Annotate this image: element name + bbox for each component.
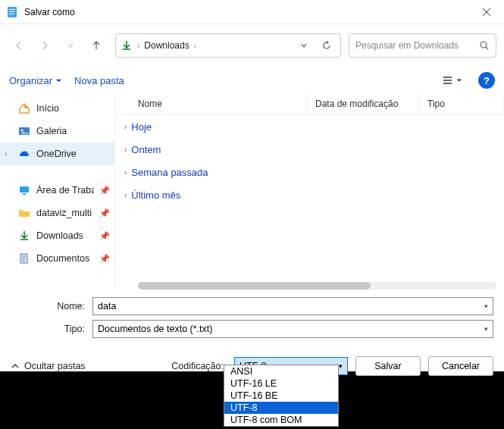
svg-point-6	[21, 130, 23, 132]
sidebar-item-label: OneDrive	[36, 149, 77, 159]
documents-icon	[18, 252, 30, 265]
column-name[interactable]: Nome	[115, 94, 308, 114]
close-button[interactable]	[469, 0, 504, 24]
encoding-option-utf16be[interactable]: UTF-16 BE	[224, 390, 338, 402]
chevron-right-icon: ›	[124, 168, 127, 177]
search-icon[interactable]	[479, 40, 490, 51]
download-icon	[18, 230, 30, 242]
sidebar-item-downloads[interactable]: Downloads 📌	[0, 224, 114, 247]
sidebar-item-label: Área de Trabalho	[36, 185, 94, 196]
svg-rect-3	[9, 14, 14, 14]
onedrive-icon	[18, 148, 30, 160]
sidebar-item-home[interactable]: Início	[0, 97, 114, 120]
filetype-select[interactable]: Documentos de texto (*.txt)▾	[92, 320, 493, 338]
search-input[interactable]	[355, 40, 479, 51]
chevron-right-icon: ›	[137, 42, 139, 50]
chevron-right-icon: ›	[124, 191, 127, 199]
search-box[interactable]	[349, 33, 496, 58]
pin-icon[interactable]: 📌	[99, 254, 110, 264]
pin-icon[interactable]: 📌	[99, 231, 110, 241]
forward-button[interactable]	[33, 34, 56, 57]
breadcrumb-dropdown[interactable]	[295, 36, 313, 55]
sidebar-item-dataviz[interactable]: dataviz_multi 📌	[0, 202, 114, 224]
chevron-right-icon: ›	[194, 42, 196, 50]
help-button[interactable]: ?	[478, 72, 495, 89]
titlebar: Salvar como	[0, 0, 504, 24]
up-button[interactable]	[85, 34, 108, 57]
view-options-button[interactable]	[439, 70, 466, 91]
sidebar-item-label: Downloads	[36, 230, 83, 241]
pin-icon[interactable]: 📌	[99, 186, 110, 196]
home-icon	[18, 102, 30, 114]
group-yesterday[interactable]: ›Ontem	[115, 138, 504, 161]
scrollbar-thumb[interactable]	[138, 282, 371, 290]
gallery-icon	[18, 125, 30, 137]
desktop-icon	[18, 184, 30, 196]
file-list: Nome Data de modificação Tipo ›Hoje ›Ont…	[115, 94, 504, 290]
horizontal-scrollbar[interactable]	[138, 282, 496, 290]
save-as-dialog: Salvar como › Downloads › Organizar Nova…	[0, 0, 504, 371]
chevron-up-icon	[11, 362, 20, 371]
organize-button[interactable]: Organizar	[9, 75, 62, 86]
new-folder-button[interactable]: Nova pasta	[74, 75, 124, 86]
group-lastmonth[interactable]: ›Último mês	[115, 183, 504, 206]
column-headers: Nome Data de modificação Tipo	[115, 94, 504, 115]
chevron-down-icon[interactable]: ▾	[484, 325, 488, 333]
sidebar-item-label: dataviz_multi	[36, 208, 92, 218]
column-type[interactable]: Tipo	[420, 94, 504, 114]
encoding-option-utf8bom[interactable]: UTF-8 com BOM	[224, 414, 338, 426]
chevron-right-icon: ›	[124, 123, 127, 131]
recent-dropdown[interactable]	[59, 34, 82, 57]
encoding-dropdown[interactable]: ANSI UTF-16 LE UTF-16 BE UTF-8 UTF-8 com…	[224, 365, 339, 427]
encoding-option-utf8[interactable]: UTF-8	[224, 402, 338, 414]
breadcrumb[interactable]: › Downloads ›	[115, 33, 341, 58]
svg-rect-8	[23, 193, 26, 195]
svg-point-4	[481, 42, 487, 48]
back-button[interactable]	[8, 34, 30, 57]
sidebar-item-desktop[interactable]: Área de Trabalho 📌	[0, 179, 114, 202]
svg-rect-1	[9, 9, 15, 10]
download-icon	[121, 39, 133, 52]
filetype-label: Tipo:	[11, 324, 92, 334]
save-button[interactable]: Salvar	[355, 356, 421, 376]
group-lastweek[interactable]: ›Semana passada	[115, 161, 504, 183]
toolbar: Organizar Nova pasta ?	[0, 67, 504, 94]
chevron-right-icon: ›	[124, 146, 127, 154]
encoding-option-utf16le[interactable]: UTF-16 LE	[224, 377, 338, 390]
pin-icon[interactable]: 📌	[99, 208, 110, 218]
filename-input[interactable]: data▾	[92, 297, 493, 315]
file-browser: Início Galeria › OneDrive Área de Trabal…	[0, 94, 504, 290]
sidebar-item-onedrive[interactable]: › OneDrive	[0, 142, 114, 165]
chevron-down-icon[interactable]: ▾	[484, 302, 488, 310]
chevron-right-icon[interactable]: ›	[5, 150, 7, 158]
cancel-button[interactable]: Cancelar	[428, 356, 493, 376]
window-title: Salvar como	[24, 7, 469, 17]
encoding-label: Codificação:	[171, 361, 224, 371]
encoding-option-ansi[interactable]: ANSI	[224, 365, 338, 377]
sidebar-item-label: Documentos	[36, 253, 89, 264]
file-fields: Nome: data▾ Tipo: Documentos de texto (*…	[0, 290, 504, 350]
nav-row: › Downloads ›	[0, 24, 504, 67]
sidebar-item-label: Início	[36, 103, 59, 114]
refresh-button[interactable]	[318, 36, 336, 55]
folder-icon	[18, 207, 30, 219]
hide-folders-button[interactable]: Ocultar pastas	[11, 361, 86, 371]
notepad-icon	[6, 6, 18, 18]
sidebar-item-gallery[interactable]: Galeria	[0, 120, 114, 142]
sidebar-item-documents[interactable]: Documentos 📌	[0, 247, 114, 270]
breadcrumb-location[interactable]: Downloads	[144, 40, 189, 51]
sidebar-item-label: Galeria	[36, 126, 67, 136]
svg-rect-7	[20, 186, 29, 193]
group-today[interactable]: ›Hoje	[115, 115, 504, 138]
filename-label: Nome:	[11, 301, 92, 312]
svg-rect-2	[9, 11, 15, 12]
column-date[interactable]: Data de modificação	[308, 94, 420, 114]
sidebar: Início Galeria › OneDrive Área de Trabal…	[0, 94, 115, 290]
chevron-down-icon[interactable]: ▾	[339, 362, 343, 370]
